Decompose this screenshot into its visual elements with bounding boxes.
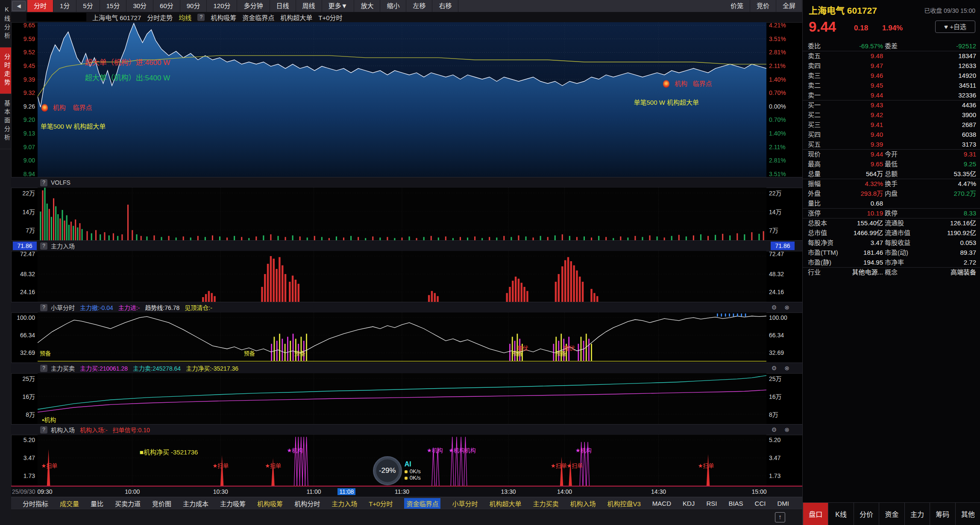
indicator-tab-T+0分时[interactable]: T+0分时 <box>369 499 393 508</box>
stat-value: 126.16亿 <box>950 218 976 228</box>
quote-tab-其他[interactable]: 其他 <box>955 503 980 525</box>
indicator-tab-分时指标[interactable]: 分时指标 <box>23 499 48 508</box>
indicator-tab-MACD[interactable]: MACD <box>652 500 671 507</box>
gear-icon[interactable]: ⚙ <box>772 304 780 311</box>
toolbar-btn-5分[interactable]: 5分 <box>76 0 100 12</box>
stat-value: 其他电源... <box>852 267 883 277</box>
add-favorite-button[interactable]: ♥ +自选 <box>935 21 975 33</box>
toolbar-btn-竞价[interactable]: 竞价 <box>750 0 776 12</box>
quote-tab-主力[interactable]: 主力 <box>904 503 930 525</box>
axis-label: 2.11% <box>769 144 786 150</box>
volume-plot[interactable] <box>38 188 766 241</box>
indicator-tab-KDJ[interactable]: KDJ <box>683 500 695 507</box>
ai-widget[interactable]: -29% AI 0K/s 0K/s <box>373 456 421 485</box>
indicator-tab-主力买卖[interactable]: 主力买卖 <box>533 499 558 508</box>
indicator-tab-机构超大单[interactable]: 机构超大单 <box>489 499 521 508</box>
toolbar-btn-价笼[interactable]: 价笼 <box>724 0 750 12</box>
ready-label: 预备 <box>294 349 305 357</box>
quote-tab-资金[interactable]: 资金 <box>879 503 904 525</box>
indicator-tab-主力成本[interactable]: 主力成本 <box>183 499 208 508</box>
toolbar-btn-更多▼[interactable]: 更多▼ <box>322 0 355 12</box>
main-chart-panel: 9.659.599.529.459.399.329.269.209.139.07… <box>11 22 802 177</box>
toolbar-btn-120分[interactable]: 120分 <box>207 0 237 12</box>
close-icon[interactable]: ⊗ <box>784 365 792 372</box>
indicator-tab-机构控盘V3[interactable]: 机构控盘V3 <box>607 499 641 508</box>
indicator-tab-机构入场[interactable]: 机构入场 <box>570 499 596 508</box>
indicator-tab-机构分时[interactable]: 机构分时 <box>294 499 320 508</box>
chart-header: 上海电气 601727 分时走势 均线 ? 机构吸筹资金临界点机构超大单T+0分… <box>11 12 802 23</box>
toolbar-btn-周线[interactable]: 周线 <box>296 0 322 12</box>
xiaocao-header: ? 小草分时 主力撤:-0.04主力进:-趋势线:76.78见顶清仓:- ⚙⊗ <box>11 302 802 313</box>
axis-label: 1.73 <box>23 472 35 479</box>
indicator-tab-CCI[interactable]: CCI <box>755 500 766 507</box>
share-upload-icon[interactable]: ↑ <box>775 512 785 522</box>
help-icon[interactable]: ? <box>40 304 47 311</box>
close-icon[interactable]: ⊗ <box>784 426 792 433</box>
axis-label: 9.32 <box>23 89 35 96</box>
toolbar-btn-1分[interactable]: 1分 <box>53 0 76 12</box>
xiaocao-plot[interactable]: 预备预备预备预备预备埋伏埋伏 <box>38 313 766 363</box>
toolbar-btn-30分[interactable]: 30分 <box>126 0 153 12</box>
toolbar-btn-多分钟[interactable]: 多分钟 <box>237 0 270 12</box>
gear-icon[interactable]: ⚙ <box>772 365 780 372</box>
help-icon[interactable]: ? <box>40 426 47 434</box>
indicator-tab-买卖力道[interactable]: 买卖力道 <box>115 499 141 508</box>
toolbar-btn-15分[interactable]: 15分 <box>100 0 127 12</box>
time-tick-11:08[interactable]: 11:08 <box>337 488 355 495</box>
indicator-tab-成交量[interactable]: 成交量 <box>60 499 79 508</box>
ambush-label: 埋伏 <box>564 344 575 352</box>
toolbar-btn-90分[interactable]: 90分 <box>180 0 207 12</box>
ma-toggle[interactable]: 均线 <box>179 13 191 22</box>
quote-tab-盘口[interactable]: 盘口 <box>803 503 828 525</box>
indicator-tab-主力入场[interactable]: 主力入场 <box>332 499 357 508</box>
time-tick-15:00: 15:00 <box>751 488 766 495</box>
toolbar-btn-分时[interactable]: 分时 <box>27 0 53 12</box>
toolbar-btn-日线[interactable]: 日线 <box>270 0 296 12</box>
toolbar-btn-60分[interactable]: 60分 <box>153 0 180 12</box>
indicator-tab-资金临界点[interactable]: 资金临界点 <box>404 498 440 509</box>
help-icon[interactable]: ? <box>40 242 47 250</box>
xiaocao-stat: 见顶清仓:- <box>185 303 212 312</box>
quote-row: 外盘293.8万内盘270.2万 <box>803 189 980 198</box>
indicator-tab-主力吸筹[interactable]: 主力吸筹 <box>220 499 246 508</box>
main-plot[interactable]: 超大单（机构）进:4600 W 超大单（机构）出:5400 W 机构 临界点 单… <box>38 22 766 177</box>
axis-label: 9.13 <box>23 130 35 137</box>
toolbar-btn-右移[interactable]: 右移 <box>432 0 458 12</box>
quote-tab-筹码[interactable]: 筹码 <box>930 503 955 525</box>
quote-row: 涨停10.19跌停8.33 <box>803 208 980 218</box>
gear-icon[interactable]: ⚙ <box>772 426 780 433</box>
quote-tab-分价[interactable]: 分价 <box>854 503 879 525</box>
main-force-plot[interactable] <box>38 251 766 302</box>
axis-label: 9.52 <box>23 49 35 56</box>
main-force-trade-plot[interactable]: ▪机构 <box>38 373 766 425</box>
indicator-tab-量比[interactable]: 量比 <box>91 499 103 508</box>
close-icon[interactable]: ⊗ <box>784 304 792 311</box>
sidebar-item-基本面分析[interactable]: 基本面分析 <box>0 94 11 149</box>
institution-plot[interactable]: ■机构净买 -3521736 -29% AI 0K/s 0K/s ★扫单★扫单★… <box>38 435 766 486</box>
toolbar-btn-左移[interactable]: 左移 <box>406 0 432 12</box>
indicator-tab-RSI[interactable]: RSI <box>706 500 717 507</box>
axis-label: 1.40% <box>769 76 786 83</box>
axis-label: 22万 <box>769 189 782 197</box>
indicator-tab-小草分时[interactable]: 小草分时 <box>452 499 478 508</box>
main-force-trade-left-axis: 25万16万8万 <box>11 373 38 425</box>
sidebar-item-K线分析[interactable]: K线分析 <box>0 0 11 47</box>
toolbar-btn-缩小[interactable]: 缩小 <box>380 0 406 12</box>
axis-label: 24.16 <box>769 289 784 295</box>
axis-label: 0.00% <box>769 103 786 110</box>
indicator-tab-BIAS[interactable]: BIAS <box>728 500 743 507</box>
collapse-panel-icon[interactable]: ◀ <box>12 1 26 11</box>
sidebar-item-分时走势[interactable]: 分时走势 <box>0 47 11 94</box>
axis-label: 9.45 <box>23 62 35 69</box>
quote-tab-K线[interactable]: K线 <box>828 503 853 525</box>
indicator-tab-竞价图[interactable]: 竞价图 <box>152 499 171 508</box>
help-icon[interactable]: ? <box>40 365 47 372</box>
toolbar-btn-放大[interactable]: 放大 <box>354 0 380 12</box>
trade-stat: 主力卖:245278.64 <box>133 364 181 372</box>
toolbar-btn-全屏[interactable]: 全屏 <box>776 0 802 12</box>
help-icon[interactable]: ? <box>197 14 205 21</box>
help-icon[interactable]: ? <box>40 179 47 186</box>
quote-row: 量比0.68 <box>803 198 980 208</box>
indicator-tab-DMI[interactable]: DMI <box>777 500 789 507</box>
indicator-tab-机构吸筹[interactable]: 机构吸筹 <box>257 499 283 508</box>
